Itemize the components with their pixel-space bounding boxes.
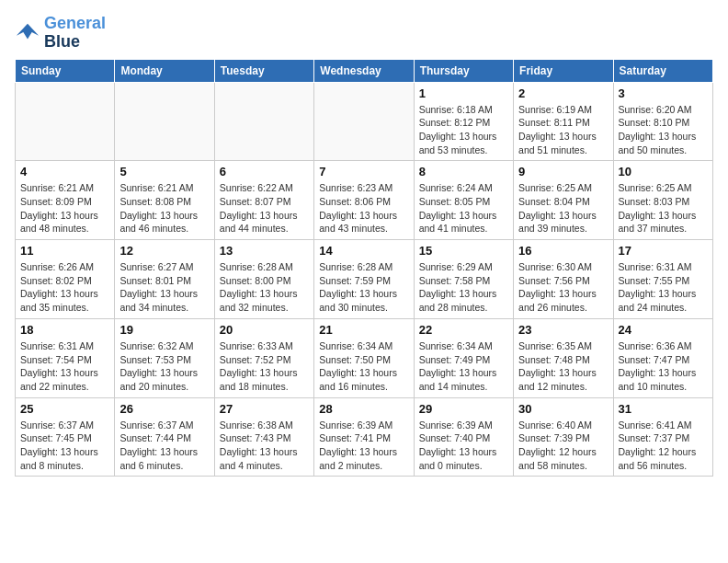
day-info: Sunrise: 6:39 AMSunset: 7:40 PMDaylight:…	[419, 419, 508, 473]
calendar-day: 8Sunrise: 6:24 AMSunset: 8:05 PMDaylight…	[414, 161, 513, 240]
day-number: 5	[119, 165, 209, 178]
calendar-day: 30Sunrise: 6:40 AMSunset: 7:39 PMDayligh…	[514, 397, 613, 477]
day-info: Sunrise: 6:31 AMSunset: 7:55 PMDaylight:…	[619, 260, 708, 315]
day-info: Sunrise: 6:29 AMSunset: 7:58 PMDaylight:…	[419, 260, 508, 315]
weekday-header: Thursday	[414, 59, 513, 82]
day-info: Sunrise: 6:27 AMSunset: 8:01 PMDaylight:…	[119, 260, 209, 315]
day-info: Sunrise: 6:20 AMSunset: 8:10 PMDaylight:…	[619, 103, 708, 157]
day-number: 18	[20, 323, 109, 337]
day-info: Sunrise: 6:21 AMSunset: 8:09 PMDaylight:…	[20, 181, 109, 236]
day-info: Sunrise: 6:34 AMSunset: 7:49 PMDaylight:…	[419, 339, 508, 394]
calendar-day: 10Sunrise: 6:25 AMSunset: 8:03 PMDayligh…	[613, 161, 712, 240]
logo-icon	[15, 20, 40, 46]
day-number: 6	[220, 165, 309, 178]
day-number: 27	[220, 402, 309, 416]
day-info: Sunrise: 6:21 AMSunset: 8:08 PMDaylight:…	[119, 181, 209, 236]
logo-text: GeneralBlue	[44, 15, 106, 52]
day-number: 4	[20, 165, 109, 178]
day-number: 23	[518, 323, 608, 337]
day-info: Sunrise: 6:22 AMSunset: 8:07 PMDaylight:…	[220, 181, 309, 236]
calendar-day: 23Sunrise: 6:35 AMSunset: 7:48 PMDayligh…	[514, 318, 613, 397]
day-info: Sunrise: 6:34 AMSunset: 7:50 PMDaylight:…	[319, 339, 408, 394]
day-number: 8	[419, 165, 508, 178]
day-number: 13	[220, 244, 309, 258]
logo: GeneralBlue	[15, 15, 106, 52]
calendar-day: 5Sunrise: 6:21 AMSunset: 8:08 PMDaylight…	[115, 161, 214, 240]
day-number: 21	[319, 323, 408, 337]
empty-day	[115, 82, 214, 161]
calendar-day: 20Sunrise: 6:33 AMSunset: 7:52 PMDayligh…	[214, 318, 313, 397]
day-number: 17	[619, 244, 708, 258]
day-number: 28	[319, 402, 408, 416]
day-info: Sunrise: 6:33 AMSunset: 7:52 PMDaylight:…	[220, 339, 309, 394]
day-number: 11	[20, 244, 109, 258]
calendar-day: 29Sunrise: 6:39 AMSunset: 7:40 PMDayligh…	[414, 397, 513, 477]
day-number: 30	[518, 402, 608, 416]
day-number: 7	[319, 165, 408, 178]
calendar-day: 13Sunrise: 6:28 AMSunset: 8:00 PMDayligh…	[214, 240, 313, 319]
day-info: Sunrise: 6:23 AMSunset: 8:06 PMDaylight:…	[319, 181, 408, 236]
calendar-day: 2Sunrise: 6:19 AMSunset: 8:11 PMDaylight…	[514, 82, 613, 161]
calendar-day: 16Sunrise: 6:30 AMSunset: 7:56 PMDayligh…	[514, 240, 613, 319]
calendar-day: 4Sunrise: 6:21 AMSunset: 8:09 PMDaylight…	[16, 161, 115, 240]
calendar-day: 17Sunrise: 6:31 AMSunset: 7:55 PMDayligh…	[613, 240, 712, 319]
weekday-header: Wednesday	[314, 59, 414, 82]
calendar-day: 31Sunrise: 6:41 AMSunset: 7:37 PMDayligh…	[613, 397, 712, 477]
day-info: Sunrise: 6:18 AMSunset: 8:12 PMDaylight:…	[419, 103, 508, 157]
calendar-day: 12Sunrise: 6:27 AMSunset: 8:01 PMDayligh…	[115, 240, 214, 319]
weekday-header: Tuesday	[214, 59, 313, 82]
weekday-header: Sunday	[16, 59, 115, 82]
day-number: 20	[220, 323, 309, 337]
empty-day	[214, 82, 313, 161]
calendar-day: 24Sunrise: 6:36 AMSunset: 7:47 PMDayligh…	[613, 318, 712, 397]
calendar-day: 26Sunrise: 6:37 AMSunset: 7:44 PMDayligh…	[115, 397, 214, 477]
calendar-day: 11Sunrise: 6:26 AMSunset: 8:02 PMDayligh…	[16, 240, 115, 319]
day-info: Sunrise: 6:31 AMSunset: 7:54 PMDaylight:…	[20, 339, 109, 394]
calendar-day: 7Sunrise: 6:23 AMSunset: 8:06 PMDaylight…	[314, 161, 414, 240]
calendar: SundayMondayTuesdayWednesdayThursdayFrid…	[15, 59, 713, 477]
day-info: Sunrise: 6:28 AMSunset: 7:59 PMDaylight:…	[319, 260, 408, 315]
day-info: Sunrise: 6:32 AMSunset: 7:53 PMDaylight:…	[119, 339, 209, 394]
day-number: 25	[20, 402, 109, 416]
calendar-day: 6Sunrise: 6:22 AMSunset: 8:07 PMDaylight…	[214, 161, 313, 240]
calendar-day: 27Sunrise: 6:38 AMSunset: 7:43 PMDayligh…	[214, 397, 313, 477]
day-info: Sunrise: 6:30 AMSunset: 7:56 PMDaylight:…	[518, 260, 608, 315]
weekday-header: Saturday	[613, 59, 712, 82]
day-number: 24	[619, 323, 708, 337]
day-number: 3	[619, 86, 708, 100]
day-number: 2	[518, 86, 608, 100]
day-info: Sunrise: 6:37 AMSunset: 7:44 PMDaylight:…	[119, 419, 209, 473]
calendar-day: 25Sunrise: 6:37 AMSunset: 7:45 PMDayligh…	[16, 397, 115, 477]
day-number: 15	[419, 244, 508, 258]
svg-marker-0	[17, 24, 39, 40]
day-number: 14	[319, 244, 408, 258]
day-number: 26	[119, 402, 209, 416]
day-info: Sunrise: 6:40 AMSunset: 7:39 PMDaylight:…	[518, 419, 608, 473]
day-info: Sunrise: 6:26 AMSunset: 8:02 PMDaylight:…	[20, 260, 109, 315]
day-info: Sunrise: 6:39 AMSunset: 7:41 PMDaylight:…	[319, 419, 408, 473]
empty-day	[16, 82, 115, 161]
weekday-header: Monday	[115, 59, 214, 82]
day-info: Sunrise: 6:37 AMSunset: 7:45 PMDaylight:…	[20, 419, 109, 473]
day-info: Sunrise: 6:36 AMSunset: 7:47 PMDaylight:…	[619, 339, 708, 394]
day-info: Sunrise: 6:24 AMSunset: 8:05 PMDaylight:…	[419, 181, 508, 236]
day-number: 22	[419, 323, 508, 337]
day-info: Sunrise: 6:38 AMSunset: 7:43 PMDaylight:…	[220, 419, 309, 473]
calendar-day: 1Sunrise: 6:18 AMSunset: 8:12 PMDaylight…	[414, 82, 513, 161]
day-info: Sunrise: 6:19 AMSunset: 8:11 PMDaylight:…	[518, 103, 608, 157]
calendar-day: 3Sunrise: 6:20 AMSunset: 8:10 PMDaylight…	[613, 82, 712, 161]
day-number: 9	[518, 165, 608, 178]
calendar-day: 22Sunrise: 6:34 AMSunset: 7:49 PMDayligh…	[414, 318, 513, 397]
day-number: 10	[619, 165, 708, 178]
day-info: Sunrise: 6:28 AMSunset: 8:00 PMDaylight:…	[220, 260, 309, 315]
day-number: 16	[518, 244, 608, 258]
day-number: 19	[119, 323, 209, 337]
calendar-day: 14Sunrise: 6:28 AMSunset: 7:59 PMDayligh…	[314, 240, 414, 319]
calendar-day: 21Sunrise: 6:34 AMSunset: 7:50 PMDayligh…	[314, 318, 414, 397]
calendar-day: 9Sunrise: 6:25 AMSunset: 8:04 PMDaylight…	[514, 161, 613, 240]
calendar-day: 15Sunrise: 6:29 AMSunset: 7:58 PMDayligh…	[414, 240, 513, 319]
calendar-day: 28Sunrise: 6:39 AMSunset: 7:41 PMDayligh…	[314, 397, 414, 477]
empty-day	[314, 82, 414, 161]
calendar-day: 18Sunrise: 6:31 AMSunset: 7:54 PMDayligh…	[16, 318, 115, 397]
weekday-header: Friday	[514, 59, 613, 82]
